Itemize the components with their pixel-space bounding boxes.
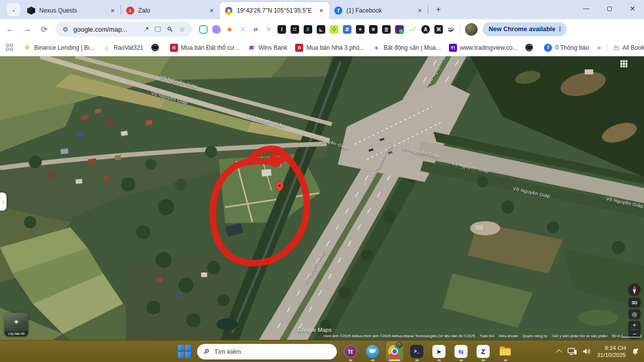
bookmark-facebook-notifications[interactable]: f 0 Thông báo [544, 44, 589, 52]
notification-bell-icon[interactable] [631, 348, 639, 355]
extension-hash-icon[interactable]: # [304, 25, 312, 34]
bookmark-tradingview[interactable]: Y! www.tradingview.co... [449, 44, 518, 52]
network-icon[interactable] [568, 348, 577, 355]
zoom-in-button[interactable]: + [628, 321, 640, 329]
extension-corner-dots-icon[interactable]: ∷ [291, 25, 299, 34]
site-settings-icon[interactable]: ⚙ [59, 23, 71, 35]
extension-grass-icon[interactable]: 𝅘𝅥︎ノ [408, 25, 417, 34]
extension-purple-green-icon[interactable] [395, 25, 404, 34]
bookmark-raovat321[interactable]: △ RaoVat321 [103, 44, 143, 52]
3d-toggle-button[interactable]: 3D [628, 298, 640, 307]
taskbar-capcut[interactable]: Z [475, 341, 492, 361]
tab-google-maps-active[interactable]: 19°43'26.7"N 105°51'35.5"E - G ✕ [220, 2, 329, 19]
bookmark-bat-dong-san[interactable]: ◈ Bất động sản | Mua... [373, 44, 441, 52]
compass-icon[interactable] [628, 284, 640, 296]
my-location-button[interactable]: ◎ [628, 309, 640, 319]
side-panel-toggle[interactable]: › [0, 193, 7, 211]
taskbar-file-explorer[interactable] [497, 341, 514, 361]
extension-metamask-fox-icon[interactable]: ◆ [225, 25, 234, 34]
extension-a-circle-icon[interactable]: A [421, 25, 430, 34]
bookmarks-separator [607, 44, 607, 52]
start-button[interactable] [177, 344, 192, 359]
taskbar-terminal[interactable]: >_ [408, 341, 425, 361]
url-text[interactable]: google.com/map... [71, 26, 140, 33]
tab-close-icon[interactable]: ✕ [109, 7, 117, 15]
extension-x-icon[interactable]: Ж [434, 25, 443, 34]
terminal-icon: >_ [410, 345, 423, 358]
tab-close-icon[interactable]: ✕ [416, 7, 424, 15]
terms-link[interactable]: Điều khoản [499, 334, 518, 338]
kebab-menu-icon[interactable]: ⋮ [556, 26, 565, 33]
taskbar-search-box[interactable]: 🔍︎ Tìm kiếm [197, 344, 337, 359]
map-layers-control[interactable]: ◈ Lớp bản đồ [5, 313, 28, 336]
google-maps-satellite-view[interactable]: Võ Nguyên Giáp Võ Nguyên Giáp Võ Nguyên … [0, 56, 644, 340]
extension-ghost-icon[interactable] [212, 25, 221, 34]
restore-icon [607, 7, 612, 11]
taskbar-clock[interactable]: 9:24 CH 31/10/2025 [597, 344, 626, 358]
extension-sync-icon[interactable]: ⇵ [343, 25, 351, 34]
extensions-puzzle-icon[interactable]: 🧩︎ [448, 26, 454, 33]
extension-octopus-icon[interactable]: ✳ [356, 25, 364, 34]
windows-taskbar: 🔍︎ Tìm kiếm π >_ ➤ ⇆ [0, 340, 644, 362]
address-bar[interactable]: ⚙ google.com/map... 📍︎ 🖵 🔍︎ ☆ [55, 22, 192, 37]
taskbar-chrome-active[interactable] [386, 341, 403, 361]
extension-list-icon[interactable]: ≣ [382, 25, 391, 34]
apps-grid-icon[interactable] [6, 44, 13, 52]
bookmark-globe-1[interactable] [151, 44, 162, 51]
privacy-link[interactable]: Quyền riêng tư [522, 334, 547, 338]
bookmark-star-icon[interactable]: ☆ [176, 23, 188, 35]
diamond-icon: ◈ [373, 44, 381, 52]
extension-teal-ring-icon[interactable] [199, 25, 208, 34]
new-tab-button[interactable]: + [431, 3, 445, 17]
all-bookmarks-button[interactable]: 🗀 All Bookmarks [613, 44, 644, 51]
desktop-screen: ⌄ Nexus Quests ✕ z Zalo ✕ 19°43'26.7"N 1… [0, 0, 644, 362]
compass-needle-north [633, 285, 636, 290]
system-tray: 9:24 CH 31/10/2025 [558, 340, 639, 362]
taskbar-bird-app[interactable]: ➤ [430, 341, 447, 361]
bookmark-globe-2[interactable] [525, 44, 536, 51]
bookmarks-overflow-chevron[interactable]: » [597, 44, 601, 51]
restore-button[interactable] [598, 0, 621, 17]
chrome-update-button[interactable]: New Chrome available ⋮ [483, 22, 567, 36]
location-pin-icon[interactable]: 📍︎ [140, 23, 152, 35]
tab-close-icon[interactable]: ✕ [317, 7, 325, 15]
extension-blue-arrows-icon[interactable]: ⇄ [251, 25, 260, 34]
bookmark-wins-bank[interactable]: ✖✖ Wins Bank [247, 44, 287, 52]
close-window-button[interactable]: ✕ [621, 0, 644, 17]
forward-button[interactable]: → [20, 22, 34, 36]
extension-dice-icon[interactable]: ⁘ [330, 25, 338, 34]
speaker-icon[interactable] [583, 348, 591, 355]
tab-zalo[interactable]: z Zalo ✕ [121, 2, 220, 19]
zoom-out-icon[interactable]: 🔍︎ [164, 23, 176, 35]
tab-facebook[interactable]: f (1) Facebook ✕ [329, 2, 428, 19]
extension-n-icon[interactable]: N [264, 25, 273, 34]
extension-dots-icon[interactable]: ∴ [238, 25, 247, 34]
reload-button[interactable]: ⟳ [37, 22, 51, 36]
back-button[interactable]: ← [3, 22, 17, 36]
wins-bank-icon: ✖✖ [247, 44, 255, 52]
tab-search-button[interactable]: ⌄ [7, 3, 20, 16]
extension-wedge-icon[interactable]: ◣ [317, 25, 325, 34]
bookmark-binance[interactable]: ❖ Binance Lending | Bi... [23, 44, 95, 52]
compliance-link[interactable]: Tuân thủ [480, 334, 494, 338]
bookmark-mua-ban-dat[interactable]: n Mua bán Đất thổ cư... [170, 44, 239, 52]
map-grid-icon[interactable] [620, 60, 628, 68]
tray-chevron-icon[interactable] [556, 349, 563, 355]
install-app-icon[interactable]: 🖵 [152, 23, 164, 35]
taskbar-pi-network[interactable]: π [342, 341, 359, 361]
scale-line [622, 335, 641, 337]
extension-snowflake-icon[interactable]: ❄ [369, 25, 378, 34]
taskbar-arrows-app[interactable]: ⇆ [452, 341, 470, 361]
bookmarks-right-group: » 🗀 All Bookmarks [597, 44, 644, 52]
bird-app-icon: ➤ [432, 345, 445, 358]
bookmark-label: Wins Bank [258, 44, 287, 51]
extension-slash-icon[interactable]: / [278, 25, 286, 34]
feedback-link[interactable]: Gửi ý kiến phản hồi về sản phẩm [552, 334, 607, 338]
taskbar-docker[interactable] [364, 341, 381, 361]
tab-close-icon[interactable]: ✕ [208, 7, 216, 15]
tab-nexus-quests[interactable]: Nexus Quests ✕ [22, 2, 121, 19]
minimize-button[interactable]: — [575, 0, 598, 17]
tab-separator [428, 5, 428, 14]
profile-avatar[interactable] [465, 23, 478, 36]
bookmark-mua-ban-nha[interactable]: n Mua bán Nhà 3 phò... [295, 44, 364, 52]
